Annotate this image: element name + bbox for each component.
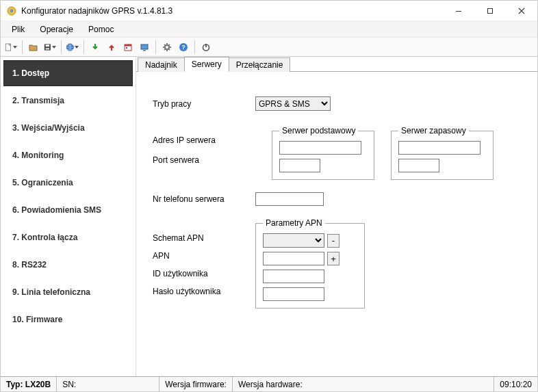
app-icon <box>6 5 17 16</box>
content-panel: Nadajnik Serwery Przełączanie Tryb pracy… <box>136 57 537 376</box>
svg-text:?: ? <box>181 44 185 51</box>
apn-input[interactable] <box>263 252 324 265</box>
backup-server-legend: Serwer zapasowy <box>398 126 469 135</box>
sidebar-item-access[interactable]: 1. Dostęp <box>3 60 133 86</box>
server-port-label: Port serwera <box>153 155 255 165</box>
sidebar-item-label: 8. RS232 <box>12 260 47 270</box>
tab-bar: Nadajnik Serwery Przełączanie <box>136 57 537 72</box>
sidebar-item-transmission[interactable]: 2. Transmisja <box>3 88 133 114</box>
sidebar-item-label: 5. Ograniczenia <box>12 178 73 187</box>
minimize-button[interactable] <box>443 1 474 21</box>
help-button[interactable]: ? <box>176 40 191 55</box>
toolbar-separator <box>194 40 195 54</box>
main-area: 1. Dostęp 2. Transmisja 3. Wejścia/Wyjśc… <box>1 57 537 376</box>
apn-pass-label: Hasło użytkownika <box>153 287 255 304</box>
dropdown-caret-icon <box>75 46 79 49</box>
mode-select[interactable]: GPRS & SMS <box>255 96 331 111</box>
power-button[interactable] <box>198 40 214 55</box>
toolbar-separator <box>61 40 62 54</box>
save-button[interactable] <box>42 40 57 55</box>
settings-button[interactable] <box>159 40 175 55</box>
sidebar: 1. Dostęp 2. Transmisja 3. Wejścia/Wyjśc… <box>1 57 136 376</box>
svg-rect-3 <box>488 8 493 13</box>
sidebar-item-sms-notify[interactable]: 6. Powiadomienia SMS <box>3 197 133 223</box>
new-file-button[interactable] <box>3 40 18 55</box>
svg-rect-2 <box>456 11 461 12</box>
sidebar-item-io[interactable]: 3. Wejścia/Wyjścia <box>3 115 133 141</box>
window-title: Konfigurator nadajników GPRS v.1.4.81.3 <box>21 6 172 16</box>
status-sn: SN: <box>57 377 159 391</box>
status-sn-label: SN: <box>62 380 76 389</box>
status-fw-label: Wersja firmware: <box>165 380 227 389</box>
status-type-label: Typ: <box>6 380 23 389</box>
menu-file[interactable]: Plik <box>5 23 31 36</box>
menu-help[interactable]: Pomoc <box>81 23 120 36</box>
monitor-button[interactable] <box>137 40 152 55</box>
menu-bar: Plik Operacje Pomoc <box>1 21 537 38</box>
sidebar-item-label: 1. Dostęp <box>12 68 49 78</box>
status-hw-label: Wersja hardware: <box>238 380 303 389</box>
sidebar-item-label: 4. Monitoring <box>12 151 64 160</box>
apn-user-input[interactable] <box>263 270 324 283</box>
server-ip-label: Adres IP serwera <box>153 135 255 145</box>
maximize-button[interactable] <box>474 1 506 21</box>
server-phone-label: Nr telefonu serwera <box>153 194 255 204</box>
dropdown-caret-icon <box>52 46 57 49</box>
sidebar-item-rs232[interactable]: 8. RS232 <box>3 252 133 278</box>
sidebar-item-label: 10. Firmware <box>12 315 62 324</box>
status-firmware: Wersja firmware: <box>159 377 233 391</box>
status-bar: Typ: LX20B SN: Wersja firmware: Wersja h… <box>1 376 537 391</box>
dropdown-caret-icon <box>13 46 18 49</box>
svg-point-1 <box>10 9 14 12</box>
tab-switching[interactable]: Przełączanie <box>229 57 291 72</box>
svg-rect-12 <box>141 44 148 49</box>
primary-port-input[interactable] <box>279 159 320 172</box>
primary-server-legend: Serwer podstawowy <box>279 126 358 135</box>
sidebar-item-restrictions[interactable]: 5. Ograniczenia <box>3 170 133 196</box>
apn-legend: Parametry APN <box>263 218 325 228</box>
sidebar-item-label: 7. Kontrola łącza <box>12 233 77 242</box>
tab-servers[interactable]: Serwery <box>184 57 229 72</box>
sidebar-item-link-control[interactable]: 7. Kontrola łącza <box>3 224 133 250</box>
status-type: Typ: LX20B <box>1 377 57 391</box>
apn-scheme-add-button[interactable]: + <box>327 252 340 265</box>
svg-rect-13 <box>143 50 146 51</box>
title-bar: Konfigurator nadajników GPRS v.1.4.81.3 <box>1 1 537 21</box>
apn-scheme-select[interactable] <box>263 233 324 248</box>
status-clock-value: 09:10:20 <box>500 380 532 389</box>
apn-label: APN <box>153 251 255 269</box>
apn-scheme-remove-button[interactable]: - <box>327 234 340 248</box>
globe-button[interactable] <box>65 40 80 55</box>
primary-ip-input[interactable] <box>279 141 361 155</box>
svg-rect-10 <box>125 44 131 47</box>
form-area: Tryb pracy GPRS & SMS Adres IP serwera P… <box>136 72 537 376</box>
apn-group: Parametry APN - + <box>255 218 365 309</box>
apn-scheme-label: Schemat APN <box>153 233 255 251</box>
svg-point-14 <box>165 45 169 49</box>
mode-label: Tryb pracy <box>153 99 255 109</box>
sidebar-item-monitoring[interactable]: 4. Monitoring <box>3 142 133 168</box>
apn-pass-input[interactable] <box>263 287 324 301</box>
server-phone-input[interactable] <box>255 192 324 206</box>
calendar-clock-button[interactable] <box>120 40 136 55</box>
sidebar-item-phone-line[interactable]: 9. Linia telefoniczna <box>3 279 133 305</box>
sidebar-item-label: 9. Linia telefoniczna <box>12 287 90 297</box>
svg-rect-7 <box>46 47 49 49</box>
download-button[interactable] <box>88 40 103 55</box>
menu-operations[interactable]: Operacje <box>33 23 80 36</box>
tab-transmitter[interactable]: Nadajnik <box>138 57 185 72</box>
status-clock: 09:10:20 <box>494 377 537 391</box>
toolbar-separator <box>155 40 156 54</box>
toolbar: ? <box>1 38 537 57</box>
close-button[interactable] <box>506 1 537 21</box>
sidebar-item-firmware[interactable]: 10. Firmware <box>3 306 133 332</box>
tab-label: Nadajnik <box>145 60 177 70</box>
backup-port-input[interactable] <box>398 159 439 172</box>
sidebar-item-label: 2. Transmisja <box>12 96 64 105</box>
open-folder-button[interactable] <box>26 40 41 55</box>
backup-ip-input[interactable] <box>398 141 481 155</box>
plus-icon: + <box>331 254 336 263</box>
tab-label: Serwery <box>192 60 222 69</box>
minus-icon: - <box>332 236 335 245</box>
upload-button[interactable] <box>104 40 119 55</box>
